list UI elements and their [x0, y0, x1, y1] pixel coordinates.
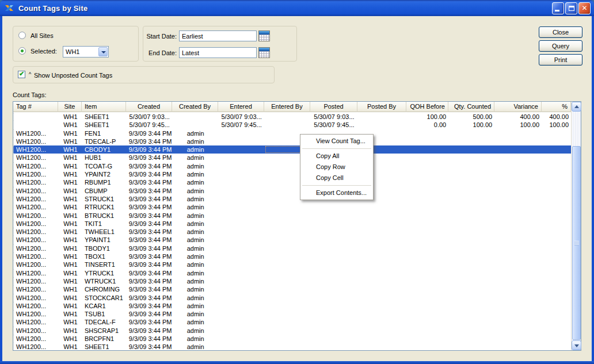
- cell-created-by[interactable]: admin: [173, 327, 219, 335]
- cell-pct[interactable]: [542, 162, 571, 170]
- cell-variance[interactable]: [494, 137, 542, 145]
- cell-qty-counted[interactable]: [448, 236, 494, 244]
- table-row[interactable]: WH1200...WH1CBODY19/3/09 3:44 PMadmin: [13, 145, 571, 154]
- cell-variance[interactable]: [494, 260, 542, 269]
- cell-created-by[interactable]: admin: [173, 335, 219, 343]
- cell-tag[interactable]: WH1200...: [14, 236, 59, 244]
- cell-item[interactable]: TWHEEL1: [82, 228, 127, 236]
- table-row[interactable]: WH1200...WH1RBUMP19/3/09 3:44 PMadmin: [13, 178, 571, 186]
- cell-entered[interactable]: [219, 318, 265, 326]
- cell-posted-by[interactable]: [357, 113, 406, 121]
- cell-pct[interactable]: [542, 236, 571, 244]
- cell-created-by[interactable]: admin: [173, 318, 219, 326]
- column-header-tag[interactable]: Tag #: [13, 102, 58, 112]
- column-header-created[interactable]: Created: [126, 102, 172, 112]
- cell-qoh-before[interactable]: [406, 252, 448, 260]
- cell-pct[interactable]: 400.00: [542, 113, 571, 121]
- table-row[interactable]: WH1200...WH1YPAINT29/3/09 3:44 PMadmin: [13, 170, 571, 178]
- table-row[interactable]: WH1200...WH1RTRUCK19/3/09 3:44 PMadmin: [13, 203, 571, 211]
- cell-tag[interactable]: WH1200...: [14, 145, 59, 154]
- cell-variance[interactable]: [494, 343, 542, 350]
- cell-created-by[interactable]: admin: [173, 343, 219, 350]
- cell-tag[interactable]: WH1200...: [14, 129, 59, 137]
- cell-created-by[interactable]: admin: [173, 162, 219, 170]
- cell-pct[interactable]: [542, 244, 571, 252]
- cell-posted-by[interactable]: [357, 244, 406, 252]
- cell-tag[interactable]: WH1200...: [14, 244, 59, 252]
- cell-pct[interactable]: [542, 178, 571, 186]
- cell-qoh-before[interactable]: [406, 162, 448, 170]
- cell-site[interactable]: WH1: [59, 269, 82, 277]
- cell-variance[interactable]: [494, 220, 542, 228]
- start-date-calendar-icon[interactable]: [258, 30, 270, 41]
- cell-item[interactable]: TDECAL-F: [82, 318, 127, 326]
- cell-entered-by[interactable]: [265, 220, 311, 228]
- cell-posted-by[interactable]: [357, 277, 406, 285]
- cell-posted[interactable]: [311, 285, 358, 293]
- cell-tag[interactable]: WH1200...: [14, 343, 59, 350]
- cell-entered[interactable]: [219, 137, 265, 145]
- cell-posted-by[interactable]: [357, 343, 406, 350]
- cell-variance[interactable]: [494, 145, 542, 154]
- cell-entered-by[interactable]: [265, 294, 311, 302]
- cell-created-by[interactable]: admin: [173, 129, 219, 137]
- table-row[interactable]: WH1200...WH1SHEET19/3/09 3:44 PMadmin: [13, 343, 571, 350]
- cell-qty-counted[interactable]: [448, 260, 494, 269]
- chevron-down-icon[interactable]: [98, 47, 108, 56]
- cell-variance[interactable]: [494, 195, 542, 203]
- cell-variance[interactable]: [494, 154, 542, 162]
- cell-entered[interactable]: [219, 220, 265, 228]
- cell-entered[interactable]: [219, 335, 265, 343]
- cell-qoh-before[interactable]: [406, 195, 448, 203]
- cell-site[interactable]: WH1: [59, 145, 82, 154]
- cell-pct[interactable]: [542, 154, 571, 162]
- cell-tag[interactable]: WH1200...: [14, 228, 59, 236]
- cell-posted[interactable]: 5/30/07 9:03...: [311, 113, 358, 121]
- cell-entered[interactable]: [219, 260, 265, 269]
- cell-entered[interactable]: [219, 302, 265, 310]
- cell-site[interactable]: WH1: [59, 170, 82, 178]
- cell-item[interactable]: SHSCRAP1: [82, 327, 127, 335]
- cell-qoh-before[interactable]: [406, 327, 448, 335]
- cell-tag[interactable]: WH1200...: [14, 187, 59, 195]
- print-button[interactable]: Print: [539, 54, 582, 66]
- cell-posted-by[interactable]: [357, 294, 406, 302]
- end-date-input[interactable]: [179, 47, 257, 58]
- cell-entered-by[interactable]: [265, 318, 311, 326]
- cell-posted[interactable]: [311, 277, 358, 285]
- table-row[interactable]: WH1200...WH1TBOX19/3/09 3:44 PMadmin: [13, 252, 571, 260]
- cell-pct[interactable]: [542, 129, 571, 137]
- cell-tag[interactable]: WH1200...: [14, 212, 59, 220]
- cell-posted-by[interactable]: [357, 260, 406, 269]
- cell-created[interactable]: 9/3/09 3:44 PM: [127, 170, 173, 178]
- column-header-site[interactable]: Site: [58, 102, 82, 112]
- cell-created[interactable]: 9/3/09 3:44 PM: [127, 277, 173, 285]
- close-window-button[interactable]: ✕: [578, 2, 591, 14]
- cell-item[interactable]: BRCPFN1: [82, 335, 127, 343]
- cell-variance[interactable]: [494, 228, 542, 236]
- cell-qty-counted[interactable]: 100.00: [448, 121, 494, 129]
- cell-qty-counted[interactable]: [448, 212, 494, 220]
- cell-item[interactable]: YTRUCK1: [82, 269, 127, 277]
- cell-entered-by[interactable]: [265, 244, 311, 252]
- cell-created-by[interactable]: admin: [173, 220, 219, 228]
- cell-pct[interactable]: [542, 212, 571, 220]
- cell-posted-by[interactable]: [357, 269, 406, 277]
- cell-tag[interactable]: WH1200...: [14, 162, 59, 170]
- cell-pct[interactable]: 100.00: [542, 121, 571, 129]
- cell-variance[interactable]: [494, 277, 542, 285]
- cell-item[interactable]: STRUCK1: [82, 195, 127, 203]
- cell-created-by[interactable]: admin: [173, 302, 219, 310]
- cell-site[interactable]: WH1: [59, 121, 82, 129]
- cell-created[interactable]: 9/3/09 3:44 PM: [127, 145, 173, 154]
- cell-posted-by[interactable]: [357, 285, 406, 293]
- cell-item[interactable]: RBUMP1: [82, 178, 127, 186]
- cell-entered-by[interactable]: [265, 260, 311, 269]
- column-header-entered[interactable]: Entered: [218, 102, 264, 112]
- cell-created[interactable]: 9/3/09 3:44 PM: [127, 228, 173, 236]
- cell-variance[interactable]: [494, 294, 542, 302]
- cell-created-by[interactable]: admin: [173, 145, 219, 154]
- cell-qoh-before[interactable]: [406, 277, 448, 285]
- cell-qty-counted[interactable]: [448, 343, 494, 350]
- cell-qty-counted[interactable]: [448, 269, 494, 277]
